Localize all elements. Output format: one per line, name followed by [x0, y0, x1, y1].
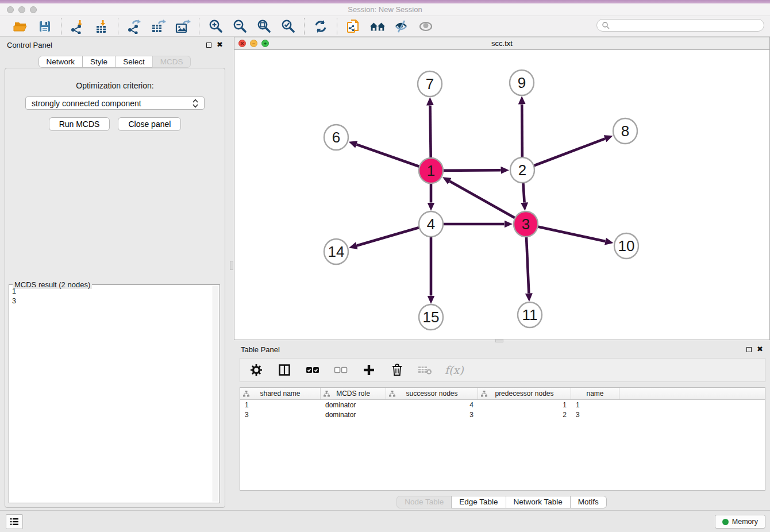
- close-table-panel-icon[interactable]: ✖: [757, 346, 763, 352]
- tab-network[interactable]: Network: [38, 56, 83, 68]
- graph-node-15[interactable]: 15: [419, 304, 443, 330]
- table-cell[interactable]: 3: [571, 410, 619, 419]
- table-row[interactable]: 1dominator411: [240, 400, 765, 410]
- graph-node-1[interactable]: 1: [419, 158, 443, 183]
- zoom-selected-button[interactable]: [279, 18, 297, 35]
- delete-table-icon: [418, 365, 433, 375]
- export-image-icon: [175, 19, 191, 34]
- svg-text:6: 6: [332, 129, 340, 146]
- graph-node-3[interactable]: 3: [514, 211, 538, 237]
- delete-table-button[interactable]: [417, 361, 434, 379]
- zoom-in-button[interactable]: [207, 18, 224, 35]
- table-cell[interactable]: 4: [386, 400, 478, 410]
- tab-style[interactable]: Style: [82, 56, 116, 68]
- table-cell[interactable]: dominator: [321, 410, 386, 419]
- tab-node-table[interactable]: Node Table: [396, 496, 452, 508]
- graph-node-6[interactable]: 6: [324, 125, 348, 150]
- plus-icon: [363, 364, 375, 376]
- tab-network-table[interactable]: Network Table: [506, 496, 571, 508]
- table-cell[interactable]: 3: [240, 410, 321, 419]
- search-input[interactable]: [610, 21, 759, 29]
- main-toolbar: [0, 16, 770, 37]
- import-network-button[interactable]: [69, 18, 86, 35]
- export-table-icon: [151, 19, 167, 34]
- show-column-pane-button[interactable]: [276, 361, 293, 379]
- graph-node-11[interactable]: 11: [518, 302, 542, 327]
- graph-node-7[interactable]: 7: [418, 71, 442, 97]
- clone-network-icon: [346, 18, 361, 34]
- graph-node-4[interactable]: 4: [419, 211, 443, 237]
- hide-eye-button[interactable]: [417, 18, 434, 35]
- trash-icon: [391, 364, 403, 376]
- column-header-successor-nodes[interactable]: successor nodes: [386, 388, 478, 399]
- table-panel: Table Panel ✖: [234, 342, 770, 510]
- tab-mcds[interactable]: MCDS: [152, 56, 191, 68]
- network-window-title: scc.txt: [234, 37, 769, 50]
- network-window-titlebar[interactable]: ✕ − + scc.txt: [234, 37, 769, 50]
- export-network-button[interactable]: [126, 18, 143, 35]
- tab-motifs[interactable]: Motifs: [570, 496, 607, 508]
- close-panel-button[interactable]: Close panel: [118, 117, 181, 131]
- column-header-shared-name[interactable]: shared name: [240, 388, 321, 399]
- select-all-columns-button[interactable]: [304, 361, 321, 379]
- first-neighbors-button[interactable]: [369, 18, 386, 35]
- zoom-fit-button[interactable]: [255, 18, 272, 35]
- vertical-splitter[interactable]: [230, 37, 234, 510]
- column-header-predecessor-nodes[interactable]: predecessor nodes: [478, 388, 571, 399]
- unselect-all-columns-button[interactable]: [332, 361, 349, 379]
- run-mcds-button[interactable]: Run MCDS: [49, 117, 110, 131]
- export-image-button[interactable]: [174, 18, 191, 35]
- table-cell[interactable]: dominator: [321, 400, 386, 410]
- table-settings-button[interactable]: [248, 361, 265, 379]
- svg-text:11: 11: [522, 306, 538, 323]
- column-header-name[interactable]: name: [571, 388, 619, 399]
- function-builder-button[interactable]: f(x): [445, 364, 464, 376]
- refresh-view-button[interactable]: [312, 18, 329, 35]
- table-cell[interactable]: 3: [386, 410, 478, 419]
- search-field[interactable]: [596, 19, 764, 32]
- column-header-MCDS-role[interactable]: MCDS role: [321, 388, 386, 399]
- node-table[interactable]: shared nameMCDS rolesuccessor nodesprede…: [240, 387, 765, 491]
- unchecked-boxes-icon: [334, 366, 348, 374]
- graph-node-2[interactable]: 2: [510, 157, 534, 183]
- svg-text:1: 1: [427, 162, 435, 179]
- result-scrollbar[interactable]: [213, 286, 218, 502]
- graph-node-10[interactable]: 10: [614, 233, 638, 259]
- zoom-out-button[interactable]: [231, 18, 248, 35]
- network-canvas[interactable]: 7968124314101511: [234, 50, 769, 340]
- svg-text:7: 7: [426, 75, 434, 92]
- open-session-button[interactable]: [12, 18, 29, 35]
- table-cell[interactable]: 1: [240, 400, 321, 410]
- create-column-button[interactable]: [360, 361, 378, 379]
- graph-edge-2-8[interactable]: [522, 138, 605, 170]
- save-session-button[interactable]: [36, 18, 53, 35]
- export-table-button[interactable]: [150, 18, 167, 35]
- import-table-button[interactable]: [93, 18, 110, 35]
- task-history-button[interactable]: [6, 514, 23, 529]
- float-table-panel-icon[interactable]: [746, 347, 752, 352]
- control-panel-tabs: Network Style Select MCDS: [0, 56, 230, 68]
- optimization-criterion-select[interactable]: strongly connected component: [25, 97, 205, 110]
- show-graphics-details-button[interactable]: [393, 18, 410, 35]
- table-toolbar: f(x): [240, 358, 765, 382]
- tab-select[interactable]: Select: [115, 56, 153, 68]
- refresh-icon: [313, 19, 328, 34]
- memory-button[interactable]: Memory: [715, 515, 765, 529]
- splitter-grip[interactable]: [230, 261, 233, 270]
- table-cell[interactable]: 1: [571, 400, 619, 410]
- graph-node-9[interactable]: 9: [510, 70, 534, 95]
- table-cell[interactable]: 2: [478, 410, 571, 419]
- mcds-result-text[interactable]: 1 3: [12, 287, 210, 501]
- status-bar: Memory: [0, 510, 770, 532]
- delete-columns-button[interactable]: [388, 361, 406, 379]
- close-panel-icon[interactable]: ✖: [217, 42, 223, 48]
- float-panel-icon[interactable]: [206, 43, 211, 48]
- graph-node-8[interactable]: 8: [613, 118, 637, 144]
- table-row[interactable]: 3dominator323: [240, 410, 765, 419]
- graph-node-14[interactable]: 14: [324, 239, 348, 264]
- tab-edge-table[interactable]: Edge Table: [451, 496, 506, 508]
- table-cell[interactable]: 1: [478, 400, 571, 410]
- clone-network-button[interactable]: [345, 18, 362, 35]
- select-stepper-icon: [192, 99, 198, 108]
- graph-edge-3-1[interactable]: [450, 181, 526, 224]
